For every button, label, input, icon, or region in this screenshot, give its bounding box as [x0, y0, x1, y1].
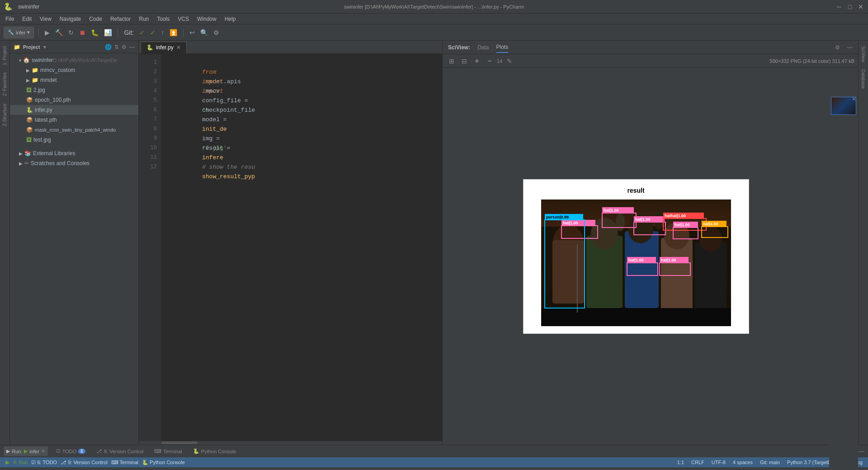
fit-button[interactable]: ⊞	[446, 56, 457, 66]
horizontal-scrollbar[interactable]	[139, 441, 442, 445]
build-button[interactable]: 🔨	[54, 29, 64, 36]
zoom-in-button[interactable]: +	[472, 56, 482, 66]
scope-icon[interactable]: 🌐	[105, 44, 112, 50]
undo-button[interactable]: ↩	[188, 29, 196, 36]
search-button[interactable]: 🔍	[199, 29, 209, 36]
bottom-tab-run[interactable]: ▶ Run: ▶ infer ✕	[4, 446, 48, 456]
git-push-icon[interactable]: ⏫	[168, 29, 179, 36]
minimize-button[interactable]: ─	[835, 3, 843, 10]
git-commit-icon[interactable]: ↑	[160, 29, 165, 36]
menu-help[interactable]: Help	[221, 15, 240, 23]
tree-item-external-libraries[interactable]: ▶ 📚 External Libraries	[10, 148, 138, 158]
svg-text:nat|1.00: nat|1.00	[703, 222, 718, 226]
bottom-tab-vcs[interactable]: ⎇ 9: Version Control	[94, 446, 146, 456]
close-thumbnail-icon[interactable]: ✕	[852, 96, 856, 102]
stop-button[interactable]: ⏹	[78, 29, 87, 36]
menu-navigate[interactable]: Navigate	[56, 15, 85, 23]
edit-button[interactable]: ✎	[504, 56, 515, 66]
hide-panel-icon[interactable]: —	[129, 44, 135, 50]
menu-file[interactable]: File	[2, 15, 18, 23]
sciview-tab-plots[interactable]: Plots	[496, 42, 509, 53]
menu-code[interactable]: Code	[85, 15, 106, 23]
size-label: 14	[497, 58, 502, 64]
crowd-svg: hat|1.00 hat|1.00 hat|1.00	[541, 199, 731, 326]
right-tab-database[interactable]: Database	[860, 66, 867, 92]
tree-item-2jpg[interactable]: 🖼 2.jpg	[10, 85, 138, 95]
debug-button[interactable]: 🐛	[90, 29, 100, 36]
code-text: checkpoint_file	[202, 107, 255, 114]
tree-item-testjpg[interactable]: 🖼 test.jpg	[10, 135, 138, 145]
code-text: model =	[202, 116, 230, 123]
git-label: Git:	[123, 29, 135, 36]
settings-icon[interactable]: ⚙	[122, 44, 127, 50]
menu-vcs[interactable]: VCS	[174, 15, 193, 23]
sidebar-tab-favorites[interactable]: 2: Favorites	[1, 69, 8, 100]
collapse-icon[interactable]: ⇅	[114, 44, 119, 50]
git-check-icon[interactable]: ✓	[138, 29, 146, 36]
sciview-settings-icon[interactable]: ⚙	[835, 44, 840, 51]
menu-edit[interactable]: Edit	[19, 15, 35, 23]
bottom-tab-python-console[interactable]: 🐍 Python Console	[190, 446, 239, 456]
cursor-position[interactable]: 1:1	[677, 460, 684, 465]
indent[interactable]: 4 spaces	[733, 460, 753, 465]
close-run-tab-icon[interactable]: ✕	[41, 448, 45, 454]
terminal-label: Terminal	[163, 449, 182, 454]
code-line-1: from mmdet.apis import	[167, 58, 442, 67]
sciview-hide-icon[interactable]: —	[847, 44, 853, 51]
profile-button[interactable]: 📊	[103, 29, 113, 36]
sidebar-tab-project[interactable]: 1: Project	[1, 43, 8, 69]
menu-tools[interactable]: Tools	[153, 15, 173, 23]
reload-button[interactable]: ↻	[67, 29, 75, 36]
tree-item-mask[interactable]: 📦 mask_rcnn_swin_tiny_patch4_windo	[10, 125, 138, 135]
python-version[interactable]: Python 3.7 (TargetD)	[787, 460, 833, 465]
git-branch[interactable]: Git: main	[760, 460, 780, 465]
close-button[interactable]: ✕	[857, 3, 864, 10]
close-tab-icon[interactable]: ✕	[176, 44, 181, 51]
title-bar-controls: ─ □ ✕	[835, 3, 864, 10]
menu-refactor[interactable]: Refactor	[107, 15, 134, 23]
toolbar-sep2	[118, 28, 118, 37]
tree-item-mmcv-custom[interactable]: ▶ 📁 mmcv_custom	[10, 65, 138, 75]
tree-item-label: test.jpg	[33, 137, 51, 143]
model-icon: 📦	[26, 117, 33, 123]
code-func: infere	[202, 154, 223, 161]
zoom-out-button[interactable]: −	[484, 56, 495, 66]
code-content[interactable]: from mmdet.apis import import mmcv confi…	[161, 54, 442, 441]
bottom-hide-icon[interactable]: —	[859, 448, 864, 455]
python-file-icon: 🐍	[146, 44, 153, 51]
tree-item-scratches[interactable]: ▶ ✏ Scratches and Consoles	[10, 158, 138, 168]
tree-item-infer[interactable]: 🐍 infer.py	[10, 105, 138, 115]
code-func: show_result_pyp	[202, 173, 255, 180]
menu-view[interactable]: View	[36, 15, 55, 23]
encoding[interactable]: UTF-8	[712, 460, 726, 465]
tree-item-latest[interactable]: 📦 latest.pth	[10, 115, 138, 125]
editor-tab-infer[interactable]: 🐍 infer.py ✕	[141, 42, 187, 53]
settings-icon[interactable]: ⚙	[212, 29, 221, 36]
editor-tab-bar: 🐍 infer.py ✕	[139, 41, 442, 54]
menu-run[interactable]: Run	[135, 15, 152, 23]
sciview-main-area: result	[443, 68, 829, 445]
code-editor[interactable]: 1 2 3 4 5 6 7 8 9 10 11 12 from mmdet.ap…	[139, 54, 442, 441]
expand-arrow: ▾	[19, 58, 21, 63]
git-update-icon[interactable]: ✓	[149, 29, 157, 36]
scrollbar-thumb[interactable]	[161, 442, 198, 444]
status-bar: ▶ 4: Run ☑ 6: TODO ⎇ 9: Version Control …	[0, 457, 868, 467]
tree-root[interactable]: ▾ 🏠 swininfer D:\AI\PyMyWork\AI\TargetDe	[10, 55, 138, 65]
image-info: 500×332 PNG (24-bit color) 311.47 kB	[770, 58, 854, 64]
result-title: result	[627, 187, 644, 194]
run-button[interactable]: ▶	[43, 29, 51, 36]
right-tab-sciview[interactable]: SciView	[860, 43, 867, 66]
sciview-tab-data[interactable]: Data	[477, 43, 489, 52]
sidebar-tab-structure[interactable]: Z-Structure	[1, 100, 8, 130]
bottom-tab-terminal[interactable]: ⌨ Terminal	[151, 446, 185, 456]
line-ending[interactable]: CRLF	[691, 460, 704, 465]
bottom-tab-todo[interactable]: ☑ TODO 6	[53, 446, 88, 456]
grid-button[interactable]: ⊟	[459, 56, 470, 66]
expand-arrow: ▶	[26, 78, 30, 83]
maximize-button[interactable]: □	[846, 3, 854, 10]
tree-item-epoch[interactable]: 📦 epoch_100.pth	[10, 95, 138, 105]
menu-window[interactable]: Window	[193, 15, 220, 23]
model-icon: 📦	[26, 127, 33, 133]
project-selector[interactable]: 🔧 infer ▾	[4, 27, 34, 38]
tree-item-mmdet[interactable]: ▶ 📁 mmdet	[10, 75, 138, 85]
